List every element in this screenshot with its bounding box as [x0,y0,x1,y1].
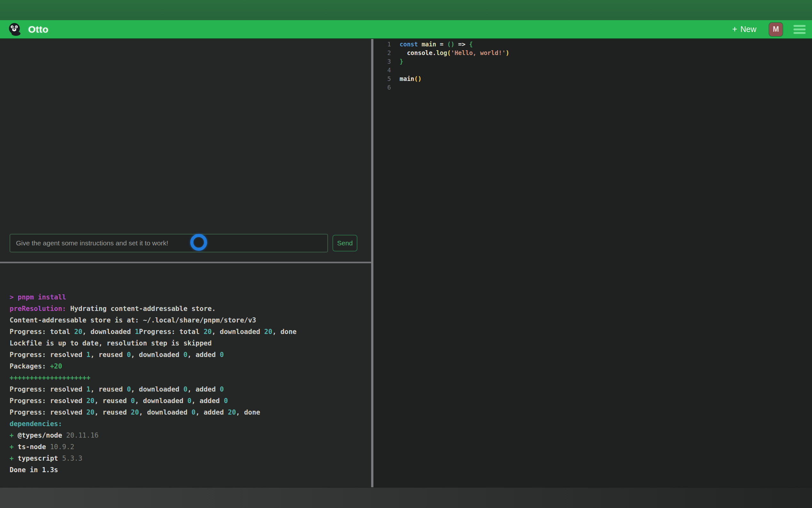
agent-panel: Send > pnpm installpreResolution: Hydrat… [0,39,371,487]
code-token: . [433,49,436,56]
app-header: Otto + New M [0,20,812,39]
terminal-line: Progress: resolved 1, reused 0, download… [10,384,365,395]
code-token: 20 [204,328,211,336]
panel-divider[interactable] [371,39,373,487]
code-token: Progress: resolved [10,385,86,393]
otter-logo-icon [8,22,22,37]
terminal-line: Progress: resolved 20, reused 20, downlo… [10,407,365,418]
code-token: 20 [86,397,94,405]
code-token: const [399,41,418,48]
code-token: Progress: resolved [10,351,86,358]
code-token: 1 [135,328,139,336]
new-button-label: New [741,25,756,34]
code-token: , downloaded [131,385,183,393]
code-token: = [436,41,447,48]
code-token: console [399,49,433,56]
code-token: 0 [224,397,228,405]
code-token: , added [187,385,220,393]
terminal-line: Progress: resolved 20, reused 0, downloa… [10,395,365,407]
send-button[interactable]: Send [332,235,357,251]
terminal-line: > pnpm install [10,291,365,303]
agent-instructions-input[interactable] [10,234,328,252]
terminal-line: preResolution: Hydrating content-address… [10,303,365,314]
code-token: 0 [127,351,131,358]
line-number: 3 [373,57,391,66]
hamburger-bar [794,32,806,34]
editor-line: 5main() [373,75,812,83]
code-token: 0 [187,397,191,405]
code-token: 20 [265,328,272,336]
code-line-content: main() [399,75,422,83]
code-token: 20 [228,409,236,416]
code-token: 1 [86,351,91,358]
code-panel: 1const main = () => {2 console.log('Hell… [373,39,812,487]
code-line-content [399,66,403,75]
terminal-line: ++++++++++++++++++++ [10,372,365,384]
chat-input-row: Send [10,233,357,253]
line-number: 1 [373,40,391,49]
editor-line: 4 [373,66,812,75]
code-token: Packages: [10,363,50,370]
code-token: 0 [191,409,196,416]
app-title: Otto [28,24,49,35]
code-token: , downloaded [139,409,191,416]
editor-line: 3} [373,57,812,66]
code-token: { [469,41,473,48]
code-token: , added [196,409,228,416]
code-token: , downloaded [83,328,135,336]
line-number: 5 [373,75,391,83]
code-token: @types/node [14,431,66,439]
code-token: 20 [74,328,82,336]
code-line-content: console.log('Hello, world!') [399,49,509,57]
code-token: , reused [91,351,127,358]
code-token: , downloaded [131,351,183,358]
hamburger-menu-icon[interactable] [794,25,806,34]
code-token: ) [506,49,509,56]
code-token: Hydrating content-addressable store. [66,305,216,312]
code-token: + [10,455,14,462]
code-token: 0 [220,385,224,393]
code-token: } [399,58,403,65]
bottom-bar [0,487,812,508]
main-content: Send > pnpm installpreResolution: Hydrat… [0,39,812,487]
code-line-content: const main = () => { [399,40,473,49]
code-token: () [414,75,422,82]
code-token: 20 [86,409,94,416]
code-token: main [418,41,436,48]
code-token: > pnpm install [10,293,66,301]
code-token: , reused [95,397,131,405]
code-token: Lockfile is up to date, resolution step … [10,339,211,347]
line-number: 2 [373,49,391,57]
editor-line: 2 console.log('Hello, world!') [373,49,812,57]
code-token: +20 [50,363,62,370]
hamburger-bar [794,29,806,30]
terminal-line: Progress: resolved 1, reused 0, download… [10,349,365,361]
code-token: , added [187,351,220,358]
code-token: Done in 1.3s [10,466,58,474]
avatar[interactable]: M [769,23,782,36]
new-button[interactable]: + New [730,24,758,35]
code-editor[interactable]: 1const main = () => {2 console.log('Hell… [373,39,812,488]
code-token: 0 [131,397,135,405]
code-token: 'Hello, world!' [451,49,506,56]
code-token: ++++++++++++++++++++ [10,374,91,382]
code-token: => [455,41,469,48]
code-token: 0 [127,385,131,393]
app-window: Otto + New M Send > pnpm installpreResol… [0,0,812,508]
hamburger-bar [794,25,806,27]
code-token: + [10,431,14,439]
code-token: dependencies: [10,420,62,428]
code-token: ( [447,49,451,56]
terminal-line: Lockfile is up to date, resolution step … [10,338,365,349]
code-token: 0 [184,385,188,393]
code-line-content [399,83,403,92]
code-token: Progress: total [139,328,204,336]
code-token: , reused [95,409,131,416]
plus-icon: + [732,25,737,34]
line-number: 4 [373,66,391,75]
terminal-line: + ts-node 10.9.2 [10,441,365,453]
code-token: Content-addressable store is at: ~/.loca… [10,316,256,324]
terminal-output: > pnpm installpreResolution: Hydrating c… [0,263,371,487]
header-left: Otto [8,22,49,37]
code-token: typescript [14,455,62,462]
